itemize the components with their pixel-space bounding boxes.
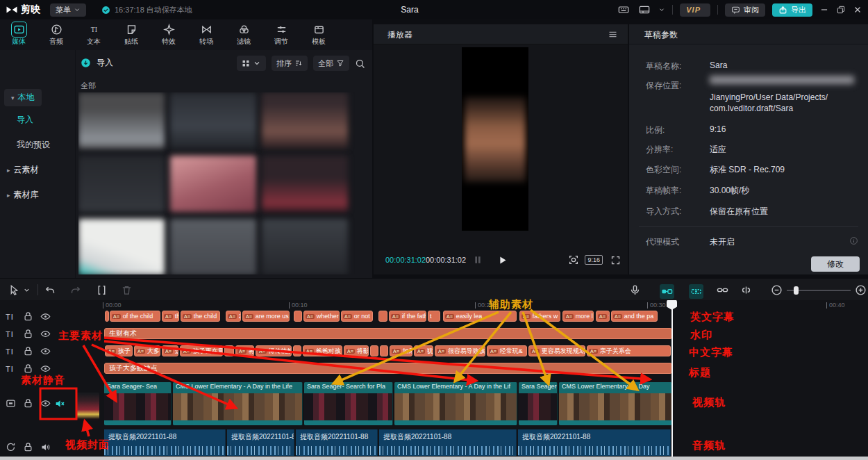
video-clip[interactable]: Sara Seager- Search for Pla: [304, 382, 393, 425]
menu-button[interactable]: 菜单: [50, 3, 86, 17]
vip-button[interactable]: VIP: [680, 3, 710, 17]
record-voiceover-icon[interactable]: [629, 284, 641, 296]
en-subtitle-clip[interactable]: [294, 311, 302, 322]
nav-item-cloud[interactable]: ▸云素材: [7, 164, 39, 176]
en-subtitle-clip[interactable]: A≡th: [162, 311, 179, 322]
zoom-in-icon[interactable]: [855, 284, 867, 296]
video-clip[interactable]: CMS Lower Elementary - A Day in the Life: [173, 382, 303, 425]
auto-link-icon[interactable]: [689, 284, 703, 299]
tab-filterwheel[interactable]: 滤镜: [225, 19, 262, 50]
video-clip[interactable]: CMS Lower Elementary - A Day: [559, 382, 672, 425]
en-subtitle-clip[interactable]: A≡if the fath: [389, 311, 426, 322]
video-clip[interactable]: Sara Seager- Sea: [104, 382, 172, 425]
lock-icon[interactable]: [23, 442, 33, 452]
nav-item-local[interactable]: ▾本地: [4, 89, 42, 106]
video-preview[interactable]: [462, 47, 528, 231]
nav-item-library[interactable]: ▸素材库: [7, 189, 39, 201]
eye-icon[interactable]: [40, 311, 51, 322]
fullscreen-icon[interactable]: [610, 255, 621, 265]
eye-icon[interactable]: [40, 363, 51, 374]
tab-sticker[interactable]: 贴纸: [112, 19, 150, 50]
en-subtitle-clip[interactable]: t: [428, 311, 440, 322]
info-icon[interactable]: [849, 236, 858, 245]
video-clip[interactable]: Sara Seager-: [519, 382, 558, 425]
cn-subtitle-clip[interactable]: [370, 345, 378, 356]
cn-subtitle-clip[interactable]: A≡亲子关系会: [587, 345, 671, 356]
frame-step-icon[interactable]: [471, 254, 486, 265]
tab-template[interactable]: 模板: [300, 19, 337, 50]
watermark-clip[interactable]: 生财有术: [104, 328, 672, 339]
audio-clip[interactable]: 提取音频20221101-88: [227, 429, 294, 456]
tab-audio[interactable]: 音频: [37, 19, 75, 50]
en-subtitle-clip[interactable]: [105, 311, 109, 322]
lock-icon[interactable]: [23, 329, 33, 339]
media-thumbnail[interactable]: [262, 156, 348, 212]
layout-panel-icon[interactable]: [637, 4, 651, 15]
redo-icon[interactable]: [69, 284, 81, 296]
cn-subtitle-clip[interactable]: A≡如果: [390, 345, 412, 356]
delete-icon[interactable]: [121, 284, 133, 296]
import-media-button[interactable]: 导入: [81, 57, 113, 69]
eye-icon[interactable]: [40, 398, 51, 409]
link-clips-icon[interactable]: [717, 284, 728, 296]
lock-icon[interactable]: [23, 311, 33, 322]
audio-clip[interactable]: 提取音频20221101-88: [518, 429, 671, 456]
tab-adjust[interactable]: 调节: [262, 19, 300, 50]
en-subtitle-clip[interactable]: A≡more l: [562, 311, 594, 322]
en-subtitle-clip[interactable]: A≡or not: [341, 311, 373, 322]
eye-icon[interactable]: [40, 329, 51, 339]
cn-subtitle-clip[interactable]: A≡孩子更在意: [180, 345, 223, 356]
track-mute-icon[interactable]: [54, 398, 65, 409]
zoom-out-icon[interactable]: [771, 284, 783, 296]
en-subtitle-clip[interactable]: A≡v: [596, 311, 610, 322]
title-clip[interactable]: 孩子大多数缺点: [104, 363, 672, 374]
en-subtitle-clip[interactable]: A≡are more us: [242, 311, 290, 322]
audio-clip[interactable]: 提取音频20221101-88: [296, 429, 378, 456]
video-cover-thumbnail[interactable]: [76, 393, 99, 420]
magnetic-snap-icon[interactable]: [660, 284, 674, 299]
undo-icon[interactable]: [44, 284, 56, 296]
cn-subtitle-clip[interactable]: A≡很容易导致孩: [435, 345, 485, 356]
modify-button[interactable]: 修改: [811, 256, 860, 272]
cn-subtitle-clip[interactable]: A≡将: [235, 345, 254, 356]
preview-quality-icon[interactable]: [568, 254, 579, 265]
media-thumbnail[interactable]: [170, 219, 256, 274]
cn-subtitle-clip[interactable]: [293, 345, 301, 356]
review-button[interactable]: 审阅: [725, 3, 765, 17]
media-thumbnail[interactable]: [78, 92, 165, 149]
tab-media[interactable]: 媒体: [0, 19, 37, 50]
ratio-button[interactable]: 9:16: [585, 255, 603, 265]
split-icon[interactable]: [96, 284, 108, 296]
tab-text[interactable]: TI文本: [75, 19, 112, 50]
lock-icon[interactable]: [23, 346, 33, 356]
cn-subtitle-clip[interactable]: A≡得传统解: [256, 345, 292, 356]
cn-subtitle-clip[interactable]: [224, 345, 234, 356]
media-thumbnail[interactable]: [170, 92, 256, 149]
media-thumbnail[interactable]: [78, 156, 165, 212]
play-button[interactable]: [497, 255, 508, 265]
cn-subtitle-clip[interactable]: [380, 345, 388, 356]
tab-effect[interactable]: 特效: [150, 19, 187, 50]
minimize-button[interactable]: [819, 5, 829, 15]
timeline-zoom-knob[interactable]: [794, 286, 799, 295]
audio-clip[interactable]: 提取音频20221101-88: [379, 429, 517, 456]
select-tool-icon[interactable]: [8, 284, 20, 296]
media-thumbnail[interactable]: [170, 156, 256, 212]
en-subtitle-clip[interactable]: A≡whether t: [303, 311, 340, 322]
video-clip[interactable]: CMS Lower Elementary - A Day in the Lif: [394, 382, 517, 425]
player-menu-icon[interactable]: [608, 29, 618, 40]
close-button[interactable]: [853, 5, 862, 15]
en-subtitle-clip[interactable]: A≡and the pa: [611, 311, 658, 322]
lock-icon[interactable]: [23, 398, 33, 409]
en-subtitle-clip[interactable]: A≡easily lea: [443, 311, 517, 322]
nav-item-presets[interactable]: 我的预设: [17, 139, 50, 151]
search-icon[interactable]: [355, 58, 365, 69]
unlink-preview-icon[interactable]: [740, 284, 752, 296]
en-subtitle-clip[interactable]: A≡2: [226, 311, 241, 322]
filter-button[interactable]: 全部: [313, 56, 349, 71]
audio-clip[interactable]: 提取音频20221101-88: [104, 429, 226, 456]
media-thumbnail[interactable]: [78, 219, 165, 274]
cn-subtitle-clip[interactable]: A≡大多: [134, 345, 160, 356]
en-subtitle-clip[interactable]: A≡of the child: [110, 311, 160, 322]
bottom-scrollbar[interactable]: [0, 457, 868, 460]
